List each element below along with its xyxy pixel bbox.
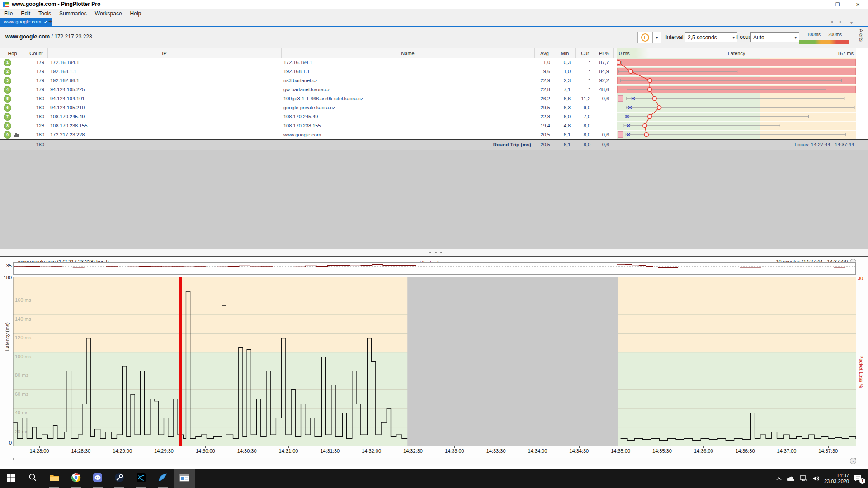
hop-number-badge: 6 <box>4 104 11 112</box>
splitter-handle[interactable] <box>0 249 868 256</box>
cell-cur: * <box>575 76 590 85</box>
taskbar-explorer-button[interactable] <box>43 469 65 488</box>
column-header-hop[interactable]: Hop <box>0 48 25 58</box>
menu-file[interactable]: File <box>0 10 17 17</box>
taskbar-search-button[interactable] <box>22 469 43 488</box>
cell-name: gw-bartanet.kaora.cz <box>283 85 532 94</box>
hop-number-badge: 5 <box>4 95 11 103</box>
cell-min: 6,3 <box>555 103 571 112</box>
cell-avg: 9,6 <box>534 67 550 76</box>
taskbar-chrome-button[interactable] <box>65 469 87 488</box>
legend-100ms: 100ms <box>807 32 821 37</box>
column-header-pl[interactable]: PL% <box>595 48 614 58</box>
cell-cur: 11,2 <box>575 94 590 103</box>
time-tick <box>662 446 662 448</box>
menu-workspace[interactable]: Workspace <box>91 10 126 17</box>
cell-min: 6,1 <box>555 130 571 139</box>
cell-pl: 84,9 <box>595 67 609 76</box>
tab-www-google-com[interactable]: www.google.com ✔ <box>0 18 52 26</box>
cell-name: 172.16.194.1 <box>283 58 532 67</box>
onedrive-icon[interactable] <box>786 476 795 482</box>
latency-color-legend <box>799 40 849 44</box>
cell-name: google-private.kaora.cz <box>283 103 532 112</box>
hop-number-badge: 4 <box>4 86 11 94</box>
time-tick-label: 14:35:30 <box>647 448 676 454</box>
tab-more-icon[interactable]: ▾ <box>850 20 853 25</box>
cell-name: 192.168.1.1 <box>283 67 532 76</box>
interval-value: 2,5 seconds <box>688 34 717 41</box>
restore-button[interactable]: ❐ <box>827 0 848 9</box>
cell-avg: 19,4 <box>534 121 550 130</box>
volume-icon[interactable] <box>812 475 820 482</box>
cell-ip: 172.217.23.228 <box>50 130 276 139</box>
cell-min: 0,3 <box>555 58 571 67</box>
taskbar-discord-button[interactable] <box>87 469 108 488</box>
timeline-chart-icon[interactable] <box>14 132 19 137</box>
scrollbar-grip-icon[interactable]: ⌄ <box>850 458 856 464</box>
tray-chevron-up-icon[interactable] <box>776 477 782 480</box>
taskbar-battlenet-button[interactable] <box>130 469 152 488</box>
cell-ip: 94.124.105.210 <box>50 103 276 112</box>
column-header-avg[interactable]: Avg <box>534 48 555 58</box>
cell-ip: 192.168.1.1 <box>50 67 276 76</box>
cell-min: 6,6 <box>555 94 571 103</box>
time-tick-label: 14:32:00 <box>357 448 386 454</box>
time-tick-label: 14:33:00 <box>440 448 469 454</box>
column-header-cur[interactable]: Cur <box>575 48 595 58</box>
round-trip-row: 180 Round Trip (ms) 20,5 6,1 8,0 0,6 Foc… <box>0 139 868 150</box>
taskbar-wireshark-button[interactable] <box>152 469 174 488</box>
cell-count: 180 <box>25 94 44 103</box>
tab-scroll-left-icon[interactable]: ◂ <box>830 19 833 24</box>
time-tick <box>828 446 829 448</box>
cell-ip: 94.124.105.225 <box>50 85 276 94</box>
menu-summaries[interactable]: Summaries <box>55 10 91 17</box>
minimize-button[interactable]: — <box>807 0 827 9</box>
cell-min: 1,0 <box>555 67 571 76</box>
focus-select[interactable]: Auto ▾ <box>750 32 799 42</box>
time-tick-label: 14:31:30 <box>316 448 344 454</box>
search-icon <box>28 473 37 484</box>
column-header-ip[interactable]: IP <box>47 48 282 58</box>
battlenet-icon <box>136 473 146 484</box>
pause-dropdown-button[interactable]: ▾ <box>653 32 661 43</box>
notification-center-icon[interactable]: 1 <box>854 474 863 483</box>
cell-pl: 0,6 <box>595 130 609 139</box>
taskbar-start-button[interactable] <box>0 469 22 488</box>
network-icon[interactable] <box>800 475 808 482</box>
empty-area <box>0 150 868 249</box>
menu-tools[interactable]: Tools <box>34 10 55 17</box>
add-tab-button[interactable]: + <box>46 18 54 26</box>
hop-number-badge: 3 <box>4 77 11 84</box>
timeline-panel: www.google.com (172.217.23.228) hop 9 10… <box>0 256 868 466</box>
interval-select[interactable]: 2,5 seconds ▾ <box>685 32 737 42</box>
cell-ip: 192.162.96.1 <box>50 76 276 85</box>
discord-icon <box>93 473 103 484</box>
tray-date: 23.03.2020 <box>824 479 849 484</box>
taskbar-pingplotter-button[interactable] <box>174 469 195 488</box>
column-header-latency[interactable]: 0 msLatency167 ms <box>617 48 856 58</box>
cell-name: www.google.com <box>283 130 532 139</box>
alerts-side-tab[interactable]: Alerts <box>859 29 864 42</box>
cell-ip: 108.170.245.49 <box>50 112 276 121</box>
menu-help[interactable]: Help <box>126 10 146 17</box>
column-header-name[interactable]: Name <box>281 48 535 58</box>
tab-scroll-right-icon[interactable]: ▸ <box>840 19 842 24</box>
time-tick-label: 14:28:30 <box>66 448 95 454</box>
time-tick <box>330 446 330 448</box>
time-tick <box>81 446 81 448</box>
time-tick-label: 14:36:00 <box>689 448 718 454</box>
window-title: www.google.com - PingPlotter Pro <box>12 1 100 7</box>
cell-count: 179 <box>25 85 44 94</box>
taskbar-steam-button[interactable] <box>108 469 130 488</box>
cell-ip: 172.16.194.1 <box>50 58 276 67</box>
taskbar-clock[interactable]: 14:37 23.03.2020 <box>824 473 849 484</box>
close-button[interactable]: ✕ <box>848 0 868 9</box>
system-tray: 14:37 23.03.2020 1 <box>776 469 868 488</box>
column-header-count[interactable]: Count <box>25 48 48 58</box>
column-header-min[interactable]: Min <box>555 48 576 58</box>
horizontal-scrollbar[interactable]: ⌄ <box>13 458 856 464</box>
cell-ip: 108.170.238.155 <box>50 121 276 130</box>
menu-edit[interactable]: Edit <box>17 10 34 17</box>
pause-button[interactable] <box>637 32 653 43</box>
time-tick <box>703 446 704 448</box>
